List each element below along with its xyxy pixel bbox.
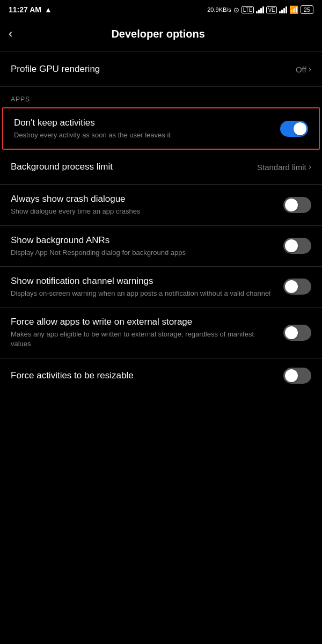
setting-text-show-notification-channel: Show notification channel warningsDispla… [11,275,283,298]
setting-desc-force-allow-external-storage: Makes any app eligible to be written to … [11,330,275,349]
wifi-icon: 📶 [289,5,298,14]
time-display: 11:27 AM [9,5,41,14]
setting-row-force-allow-external-storage[interactable]: Force allow apps to write on external st… [0,308,322,357]
signal-bars-2 [279,6,287,13]
setting-title-force-activities-resizable: Force activities to be resizable [11,370,275,382]
top-bar: ‹ Developer options [0,19,322,52]
clock-icon: ⊙ [233,6,239,14]
toggle-dont-keep-activities[interactable] [280,121,308,137]
back-button[interactable]: ‹ [9,25,19,43]
toggle-show-notification-channel[interactable] [283,279,311,295]
setting-row-show-notification-channel[interactable]: Show notification channel warningsDispla… [0,267,322,307]
gpu-rendering-title: Profile GPU rendering [11,63,287,75]
status-left: 11:27 AM ▲ [9,5,52,14]
toggle-force-allow-external-storage[interactable] [283,325,311,341]
gpu-rendering-value: Off › [296,64,311,74]
setting-row-background-process-limit[interactable]: Background process limitStandard limit› [0,150,322,184]
toggle-always-show-crash[interactable] [283,197,311,213]
setting-desc-always-show-crash: Show dialogue every time an app crashes [11,207,275,216]
toggle-show-background-anrs[interactable] [283,238,311,254]
setting-title-force-allow-external-storage: Force allow apps to write on external st… [11,316,275,328]
gpu-rendering-text: Profile GPU rendering [11,63,296,75]
battery-icon: 25 [301,5,313,14]
page-title: Developer options [19,28,313,40]
apps-section-label: APPS [0,87,322,107]
network-speed: 20.9KB/s [207,6,231,13]
setting-desc-show-notification-channel: Displays on-screen warning when an app p… [11,289,275,298]
setting-row-dont-keep-activities[interactable]: Don't keep activitiesDestroy every activ… [2,107,320,150]
toggle-knob-always-show-crash [285,199,298,211]
volte-icon: VE [266,6,276,13]
status-bar: 11:27 AM ▲ 20.9KB/s ⊙ LTE VE 📶 25 [0,0,322,19]
setting-title-background-process-limit: Background process limit [11,161,248,173]
signal-bars-1 [256,6,264,13]
toggle-knob-dont-keep-activities [294,122,306,135]
setting-title-show-notification-channel: Show notification channel warnings [11,275,275,287]
setting-text-always-show-crash: Always show crash dialogueShow dialogue … [11,193,283,216]
setting-title-show-background-anrs: Show background ANRs [11,235,275,246]
setting-row-force-activities-resizable[interactable]: Force activities to be resizable [0,358,322,393]
lte-icon: LTE [241,6,254,13]
settings-list: Don't keep activitiesDestroy every activ… [0,107,322,393]
toggle-knob-show-notification-channel [285,280,298,293]
setting-desc-show-background-anrs: Display App Not Responding dialog for ba… [11,248,275,258]
setting-title-dont-keep-activities: Don't keep activities [14,117,272,129]
gpu-rendering-row[interactable]: Profile GPU rendering Off › [0,52,322,86]
setting-text-dont-keep-activities: Don't keep activitiesDestroy every activ… [14,117,280,140]
toggle-knob-show-background-anrs [285,239,298,252]
setting-title-always-show-crash: Always show crash dialogue [11,193,275,205]
setting-text-show-background-anrs: Show background ANRsDisplay App Not Resp… [11,235,283,258]
setting-text-force-activities-resizable: Force activities to be resizable [11,370,283,382]
setting-row-show-background-anrs[interactable]: Show background ANRsDisplay App Not Resp… [0,226,322,266]
chevron-icon-background-process-limit: › [309,162,311,172]
gpu-chevron-icon: › [309,64,311,74]
warning-icon: ▲ [45,5,52,14]
setting-desc-dont-keep-activities: Destroy every activity as soon as the us… [14,130,272,140]
toggle-force-activities-resizable[interactable] [283,368,311,384]
setting-text-background-process-limit: Background process limit [11,161,257,173]
toggle-knob-force-activities-resizable [285,369,298,382]
setting-value-background-process-limit: Standard limit› [257,162,311,172]
value-text-background-process-limit: Standard limit [257,163,306,172]
setting-text-force-allow-external-storage: Force allow apps to write on external st… [11,316,283,349]
setting-row-always-show-crash[interactable]: Always show crash dialogueShow dialogue … [0,185,322,225]
status-right: 20.9KB/s ⊙ LTE VE 📶 25 [207,5,313,14]
toggle-knob-force-allow-external-storage [285,326,298,339]
